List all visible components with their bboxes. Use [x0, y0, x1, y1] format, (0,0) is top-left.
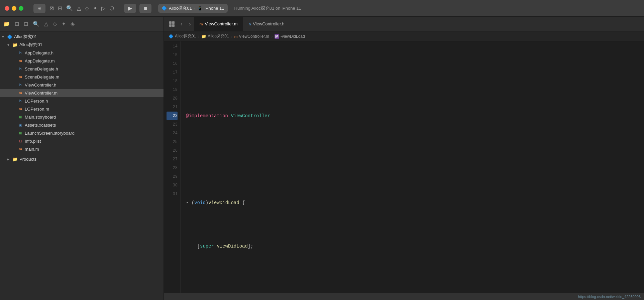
- source-control-icon[interactable]: ⊞: [15, 21, 19, 27]
- class-viewcontroller: ViewController: [231, 112, 270, 120]
- file-label: Main.storyboard: [25, 115, 56, 120]
- breadcrumb-project[interactable]: 🔷 Alloc探究01: [169, 33, 196, 39]
- project-name: Alloc探究01: [169, 5, 192, 11]
- line-num-15: 15: [167, 51, 178, 59]
- tree-item-launchscreen-storyboard[interactable]: ⊞ LaunchScreen.storyboard: [0, 129, 164, 137]
- tree-item-info-plist[interactable]: ⊟ Info.plist: [0, 137, 164, 145]
- breadcrumb-text-file: ViewController.m: [239, 34, 269, 39]
- m-file-icon: m: [17, 107, 23, 111]
- grid-icon: [169, 21, 175, 27]
- code-line-15: @implementation ViewController: [186, 112, 644, 120]
- file-label: ViewController.h: [25, 83, 56, 88]
- nav-forward-button[interactable]: ›: [186, 17, 194, 31]
- line-num-24: 24: [167, 129, 178, 138]
- warning-icon: △: [77, 5, 81, 11]
- file-label: LGPerson.m: [25, 107, 49, 112]
- close-button[interactable]: [5, 6, 9, 11]
- search-icon[interactable]: 🔍: [66, 5, 73, 11]
- tab-viewcontroller-m[interactable]: m ViewController.m: [194, 17, 243, 31]
- breadcrumb-text-group: Alloc探究01: [208, 33, 229, 39]
- line-num-20: 20: [167, 94, 178, 103]
- fullscreen-button[interactable]: [19, 6, 23, 11]
- breadcrumb-sep-3: ›: [271, 34, 273, 39]
- code-line-16: [186, 155, 644, 164]
- m-file-tab-icon: m: [200, 22, 203, 26]
- tree-item-lgperson-m[interactable]: m LGPerson.m: [0, 105, 164, 113]
- tree-item-viewcontroller-m[interactable]: m ViewController.m: [0, 89, 164, 97]
- line-num-25: 25: [167, 138, 178, 146]
- line-num-14: 14: [167, 42, 178, 51]
- tree-item-main-m[interactable]: m main.m: [0, 145, 164, 153]
- file-label: LaunchScreen.storyboard: [25, 131, 75, 136]
- line-num-26: 26: [167, 146, 178, 155]
- test-icon[interactable]: ◇: [53, 21, 57, 27]
- tab-viewcontroller-h[interactable]: h ViewController.h: [243, 17, 290, 31]
- assets-icon: ▣: [17, 123, 23, 127]
- chevron-right-icon: ›: [194, 6, 195, 11]
- tree-item-main-storyboard[interactable]: ⊞ Main.storyboard: [0, 113, 164, 121]
- keyword-implementation: @implementation: [186, 112, 228, 120]
- tree-item-lgperson-h[interactable]: h LGPerson.h: [0, 97, 164, 105]
- file-label: main.m: [25, 147, 39, 152]
- find-icon[interactable]: 🔍: [33, 21, 39, 27]
- code-line-17: - (void)viewDidLoad {: [186, 198, 644, 207]
- project-icon-small: 🔷: [169, 34, 174, 39]
- breakpoint-icon: ✦: [93, 5, 97, 11]
- tab-label-active: ViewController.m: [205, 21, 237, 26]
- code-line-19: [186, 285, 644, 293]
- tree-item-viewcontroller-h[interactable]: h ViewController.h: [0, 81, 164, 89]
- minimap-button[interactable]: [167, 17, 177, 31]
- line-num-21: 21: [167, 103, 178, 112]
- h-file-icon: h: [17, 83, 23, 87]
- bottom-url: https://blog.csdn.net/weixin_42260996: [578, 295, 641, 299]
- run-button[interactable]: ▶: [124, 4, 136, 13]
- code-line-18: [super viewDidLoad];: [186, 242, 644, 251]
- storyboard-icon: ⊞: [17, 131, 23, 135]
- code-content[interactable]: @implementation ViewController - (void)v…: [181, 41, 644, 293]
- symbols-icon[interactable]: ⊟: [24, 21, 28, 27]
- arrow-icon: ▷: [101, 5, 105, 11]
- issues-icon[interactable]: △: [44, 21, 48, 27]
- line-num-29: 29: [167, 172, 178, 181]
- tree-item-products[interactable]: ▶ 📁 Products: [0, 155, 164, 163]
- code-line-14: [186, 68, 644, 77]
- folder-icon-small: 📁: [201, 34, 206, 39]
- editor-tabs: ‹ › m ViewController.m h ViewController.…: [164, 17, 644, 31]
- tree-item-appdelegate-m[interactable]: m AppDelegate.m: [0, 57, 164, 65]
- line-num-23: 23: [167, 120, 178, 129]
- file-label: SceneDelegate.h: [25, 66, 58, 71]
- h-file-icon: h: [17, 99, 23, 103]
- h-file-tab-icon: h: [248, 22, 251, 26]
- reports-icon[interactable]: ◈: [71, 21, 75, 27]
- project-icon: 🔷: [162, 6, 167, 11]
- folder-icon: 📁: [12, 157, 18, 162]
- tree-item-group[interactable]: ▼ 📁 Alloc探究01: [0, 41, 164, 49]
- breadcrumb-group[interactable]: 📁 Alloc探究01: [201, 33, 229, 39]
- device-name: iPhone 11: [205, 6, 224, 11]
- debug-icon[interactable]: ✦: [62, 21, 66, 27]
- nav-back-button[interactable]: ‹: [177, 17, 186, 31]
- h-file-icon: h: [17, 67, 23, 71]
- tree-item-scenedelegate-m[interactable]: m SceneDelegate.m: [0, 73, 164, 81]
- tree-item-scenedelegate-h[interactable]: h SceneDelegate.h: [0, 65, 164, 73]
- line-num-22: 22: [167, 112, 178, 120]
- minimize-button[interactable]: [12, 6, 16, 11]
- root-project-label: Alloc探究01: [14, 34, 37, 40]
- breadcrumb-file[interactable]: m ViewController.m: [234, 34, 269, 39]
- sidebar-toggle-button[interactable]: ⊞: [33, 4, 45, 13]
- project-selector[interactable]: 🔷 Alloc探究01 › 📱 iPhone 11: [158, 4, 228, 13]
- file-label: ViewController.m: [25, 91, 58, 96]
- line-num-30: 30: [167, 181, 178, 190]
- location-icon: ◇: [85, 5, 89, 11]
- chevron-right-icon: ▶: [7, 157, 11, 161]
- tree-item-assets[interactable]: ▣ Assets.xcassets: [0, 121, 164, 129]
- folder-icon[interactable]: 📁: [3, 21, 10, 27]
- breadcrumb-method[interactable]: M -viewDidLoad: [275, 34, 305, 39]
- stop-button[interactable]: ■: [139, 4, 151, 13]
- line-num-17: 17: [167, 68, 178, 77]
- line-num-28: 28: [167, 164, 178, 172]
- tree-item-appdelegate-h[interactable]: h AppDelegate.h: [0, 49, 164, 57]
- tree-item-root-project[interactable]: ▼ 🔷 Alloc探究01: [0, 33, 164, 41]
- plist-icon: ⊟: [17, 139, 23, 143]
- file-label: Info.plist: [25, 139, 41, 144]
